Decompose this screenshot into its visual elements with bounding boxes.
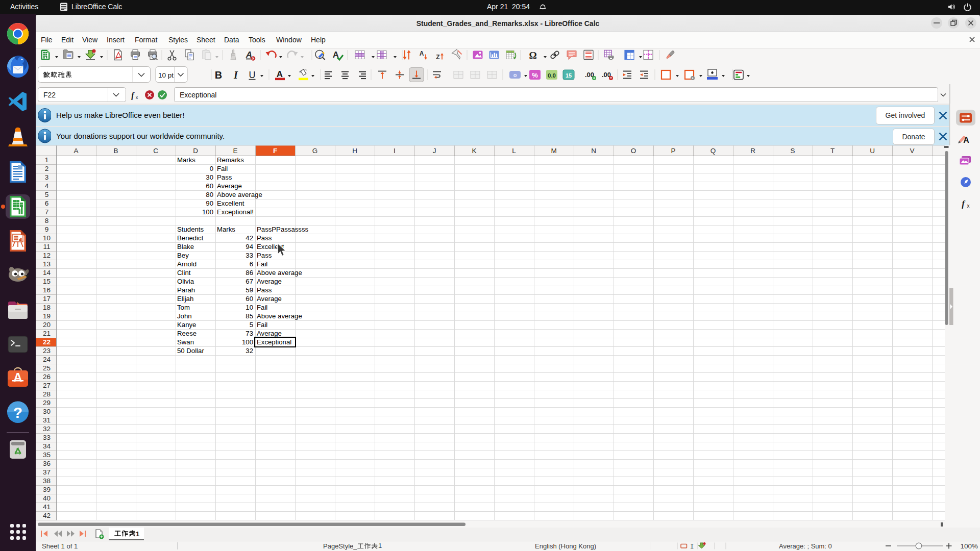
svg-text:100%: 100%: [960, 542, 978, 550]
svg-text:Average: ; Sum: 0: Average: ; Sum: 0: [779, 542, 832, 550]
svg-text:I: I: [690, 543, 694, 550]
